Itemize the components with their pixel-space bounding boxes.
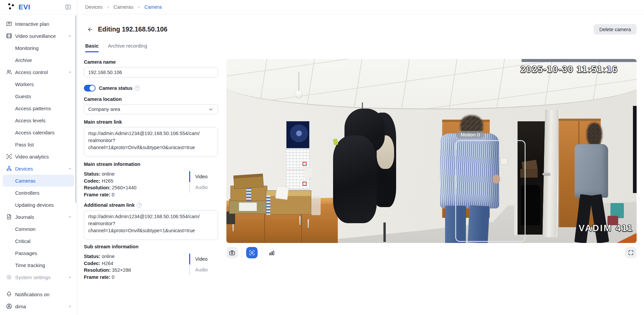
- sidebar-item-video-analytics[interactable]: Video analytics: [0, 150, 77, 163]
- additional-stream-link-label: Additional stream link ?: [84, 202, 218, 208]
- motion-label: Motion 0: [457, 131, 484, 138]
- sidebar-item-controllers[interactable]: Controllers: [0, 187, 77, 199]
- breadcrumb: Devices Cameras Camera: [77, 0, 644, 14]
- scene-monitor-edge: [633, 106, 637, 193]
- tab-sub-audio[interactable]: Audio: [189, 264, 218, 275]
- scene-wall-calendar: [286, 121, 310, 189]
- help-icon[interactable]: ?: [137, 202, 142, 208]
- sidebar-item-access-levels[interactable]: Access levels: [0, 114, 77, 126]
- sidebar-item-monitoring[interactable]: Monitoring: [0, 42, 77, 54]
- map-icon: [6, 20, 12, 27]
- tab-main-video[interactable]: Video: [189, 171, 218, 182]
- gear-icon: [6, 274, 12, 280]
- camera-location-select[interactable]: Company area: [84, 104, 218, 114]
- chevron-up-icon: [68, 275, 72, 279]
- sidebar-item-guests[interactable]: Guests: [0, 90, 77, 102]
- analytics-overlay-button[interactable]: [246, 247, 258, 258]
- tab-basic[interactable]: Basic: [85, 43, 99, 52]
- sidebar-collapse-icon[interactable]: [65, 4, 71, 10]
- chevron-up-icon: [68, 167, 72, 171]
- sidebar-item-workers[interactable]: Workers: [0, 78, 77, 90]
- breadcrumb-cameras[interactable]: Cameras: [114, 4, 133, 10]
- chevron-down-icon: [208, 107, 214, 112]
- app-logo-icon: [7, 2, 15, 12]
- chevron-right-icon: [106, 5, 110, 9]
- sub-stream-info-title: Sub stream information: [84, 244, 218, 250]
- delete-camera-button[interactable]: Delete camera: [594, 24, 637, 35]
- scan-icon: [6, 153, 12, 160]
- user-circle-icon: [6, 303, 12, 310]
- content: Camera name Camera status ? Camera locat…: [77, 52, 644, 315]
- main-stream-media-tabs: Video Audio: [189, 171, 218, 198]
- sub-stream-info-rows: Status: online Codec: H264 Resolution: 3…: [84, 253, 186, 280]
- scene-box: [275, 186, 289, 200]
- sidebar-item-access-calendars[interactable]: Access calendars: [0, 126, 77, 138]
- snapshot-button[interactable]: [226, 247, 238, 258]
- chevron-right-icon: [137, 5, 141, 9]
- sidebar-item-archive[interactable]: Archive: [0, 54, 77, 66]
- chevron-up-icon: [68, 215, 72, 219]
- info-row: Frame rate: 0: [84, 274, 186, 281]
- scene-lamp: [296, 91, 302, 98]
- info-row: Frame rate: 0: [84, 191, 186, 198]
- notifications-toggle[interactable]: Notifications on: [0, 288, 77, 300]
- help-icon[interactable]: ?: [135, 85, 140, 91]
- main-stream-link-label: Main stream link: [84, 119, 218, 125]
- sidebar-item-cameras[interactable]: Cameras: [3, 175, 74, 187]
- motion-detection-box: [455, 140, 526, 242]
- sidebar-item-devices[interactable]: Devices: [0, 163, 77, 175]
- tab-bar: Basic Archive recording: [77, 38, 644, 52]
- main-stream-info: Status: online Codec: H265 Resolution: 2…: [84, 171, 218, 198]
- camera-name-label: Camera name: [84, 59, 218, 65]
- breadcrumb-camera[interactable]: Camera: [144, 4, 162, 10]
- main-stream-link-input[interactable]: rtsp://admin:Admin1234@192.168.50.106:55…: [84, 127, 218, 157]
- sidebar-item-pass-list[interactable]: Pass list: [0, 138, 77, 150]
- app-logo-text: EVI: [18, 3, 30, 11]
- back-button[interactable]: [85, 24, 95, 35]
- info-row: Status: online: [84, 253, 186, 260]
- sidebar-item-access-control[interactable]: Access control: [0, 66, 77, 78]
- scene-box: [229, 199, 269, 214]
- main-stream-info-rows: Status: online Codec: H265 Resolution: 2…: [84, 171, 186, 198]
- sidebar-item-access-patterns[interactable]: Access patterns: [0, 102, 77, 114]
- stream-stats-button[interactable]: [266, 247, 277, 258]
- video-timestamp-overlay: 2025-10-30 11:51:16: [521, 64, 618, 75]
- user-menu[interactable]: dima: [0, 300, 77, 312]
- chevron-up-icon: [68, 34, 72, 38]
- username: dima: [15, 304, 26, 309]
- breadcrumb-devices[interactable]: Devices: [85, 4, 103, 10]
- tab-sub-video[interactable]: Video: [189, 254, 218, 264]
- sidebar-scrollbar[interactable]: [75, 15, 76, 203]
- sidebar-item-passages[interactable]: Passages: [0, 247, 77, 259]
- main-stream-info-title: Main stream information: [84, 162, 218, 168]
- fullscreen-button[interactable]: [625, 247, 637, 258]
- additional-stream-link-input[interactable]: rtsp://admin:Admin1234@192.168.50.106:55…: [84, 210, 218, 240]
- sidebar-item-time-tracking[interactable]: Time tracking: [0, 259, 77, 271]
- sidebar-item-system-settings[interactable]: System settings: [0, 271, 77, 283]
- sidebar-item-common[interactable]: Common: [0, 223, 77, 235]
- sidebar-item-journals[interactable]: Journals: [0, 211, 77, 223]
- video-player: Motion 0 2025-10-30 11:51:16 VADIM 411: [226, 56, 637, 315]
- sidebar-item-updating-devices[interactable]: Updating devices: [0, 199, 77, 211]
- camera-name-input[interactable]: [84, 67, 218, 77]
- camera-form: Camera name Camera status ? Camera locat…: [84, 56, 218, 315]
- sidebar-item-video-surveillance[interactable]: Video surveillance: [0, 30, 77, 42]
- info-row: Resolution: 2560×1440: [84, 184, 186, 191]
- sidebar-item-critical[interactable]: Critical: [0, 235, 77, 247]
- camera-name-overlay: VADIM 411: [579, 223, 633, 234]
- page-title: Editing 192.168.50.106: [98, 25, 167, 33]
- info-row: Codec: H264: [84, 260, 186, 267]
- sidebar-nav: Interactive plan Video surveillance Moni…: [0, 14, 77, 288]
- camera-status-row: Camera status ?: [84, 85, 218, 91]
- tab-main-audio[interactable]: Audio: [189, 182, 218, 193]
- main-area: Devices Cameras Camera Editing 192.168.5…: [77, 0, 644, 315]
- tab-archive-recording[interactable]: Archive recording: [108, 43, 147, 52]
- scene-jacket: [333, 135, 377, 223]
- info-row: Resolution: 352×288: [84, 267, 186, 274]
- sub-stream-info: Status: online Codec: H264 Resolution: 3…: [84, 253, 218, 280]
- sidebar-item-interactive-plan[interactable]: Interactive plan: [0, 18, 77, 30]
- sidebar-header: EVI: [0, 0, 77, 14]
- camera-live-view: Motion 0 2025-10-30 11:51:16 VADIM 411: [226, 59, 637, 243]
- devices-hierarchy-icon: [6, 165, 12, 172]
- camera-status-toggle[interactable]: [84, 85, 96, 91]
